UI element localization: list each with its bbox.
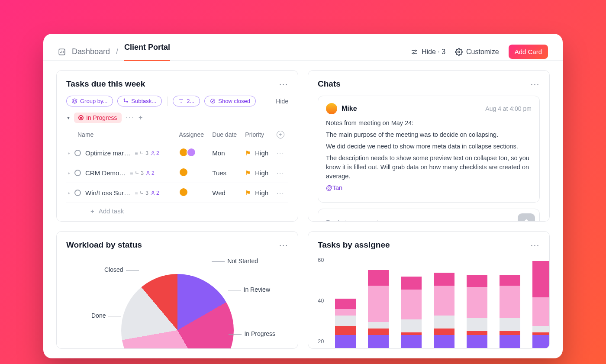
tasks-hide-link[interactable]: Hide <box>276 98 288 105</box>
due-cell[interactable]: Mon <box>210 143 243 163</box>
add-card-button[interactable]: Add Card <box>509 45 548 59</box>
breadcrumb-active[interactable]: Client Portal <box>124 43 170 61</box>
bar-segment <box>532 326 550 332</box>
breadcrumb-separator: / <box>116 47 118 56</box>
bar-segment <box>368 335 389 348</box>
status-add-icon[interactable]: + <box>139 114 142 122</box>
target-icon <box>78 115 84 120</box>
col-priority[interactable]: Priority <box>243 128 275 143</box>
tasks-card-more-icon[interactable]: ··· <box>279 80 288 89</box>
assignee-cell[interactable] <box>177 143 210 163</box>
status-circle-icon[interactable] <box>74 170 81 176</box>
chevron-right-icon: ▸ <box>68 171 70 175</box>
avatar <box>179 168 188 177</box>
bar <box>500 275 520 348</box>
workload-card-title: Workload by status <box>66 240 142 250</box>
bar-segment <box>335 326 356 335</box>
bar-chart: 60 40 20 <box>318 257 540 348</box>
table-row[interactable]: ▸ Optimize mar… ≡ 3 2 Mon ⚑High ··· <box>66 143 288 163</box>
flag-icon: ⚑ <box>245 189 251 197</box>
status-group-row[interactable]: ▾ In Progress ··· + <box>66 113 288 123</box>
filter-count-pill[interactable]: 2... <box>173 96 200 106</box>
bar <box>401 277 422 348</box>
assignee-cell[interactable] <box>177 183 210 203</box>
assignee-card-title: Tasks by assignee <box>318 240 390 250</box>
breadcrumb-root[interactable]: Dashboard <box>72 47 110 56</box>
due-cell[interactable]: Tues <box>210 163 243 183</box>
task-name-label: Optimize mar… <box>85 149 130 157</box>
add-column-icon[interactable]: + <box>277 131 284 139</box>
due-cell[interactable]: Wed <box>210 183 243 203</box>
bar-segment <box>368 329 389 335</box>
status-chip-in-progress[interactable]: In Progress <box>74 113 122 123</box>
y-axis: 60 40 20 <box>318 257 324 348</box>
status-circle-icon[interactable] <box>74 150 81 156</box>
add-task-row[interactable]: +Add task <box>66 203 288 219</box>
svg-point-9 <box>147 171 149 173</box>
gear-icon <box>455 48 463 56</box>
bar-segment <box>434 273 455 286</box>
bar-segment <box>500 331 520 335</box>
assignee-cell[interactable] <box>177 163 210 183</box>
col-due[interactable]: Due date <box>210 128 243 143</box>
mention-link[interactable]: @Tan <box>326 184 342 191</box>
chat-line: The description needs to show some previ… <box>326 154 532 181</box>
chat-message: Mike Aug 4 at 4:00 pm Notes from meeting… <box>318 96 540 203</box>
table-row[interactable]: ▸ CRM Demo… ≡ 3 2 Tues ⚑High ··· <box>66 163 288 183</box>
col-name[interactable]: Name <box>66 128 177 143</box>
bar-segment <box>434 286 455 316</box>
bar-segment <box>368 322 389 329</box>
send-button[interactable] <box>518 213 535 222</box>
bar-segment <box>335 299 356 309</box>
description-icon: ≡ <box>135 190 138 196</box>
workload-card-more-icon[interactable]: ··· <box>279 241 288 250</box>
subtask-count: 3 <box>135 170 144 176</box>
chat-line: Notes from meeting on May 24: <box>326 119 532 128</box>
pie-label-not-started: Not Started <box>209 258 258 264</box>
bar-segment <box>500 275 520 286</box>
subtask-count: 3 <box>139 150 148 156</box>
chats-card: Chats ··· Mike Aug 4 at 4:00 pm Notes fr… <box>308 70 550 222</box>
tasks-card-title: Tasks due this week <box>66 79 145 89</box>
attachment-count: 2 <box>145 170 155 176</box>
task-name-label: CRM Demo… <box>85 169 126 177</box>
avatar <box>187 148 196 157</box>
row-more-icon[interactable]: ··· <box>277 149 285 157</box>
add-task-label: Add task <box>99 207 124 215</box>
topbar: Dashboard / Client Portal Hide · 3 Custo… <box>43 34 563 61</box>
svg-point-8 <box>152 151 154 153</box>
group-by-pill[interactable]: Group by... <box>66 96 113 106</box>
chats-card-title: Chats <box>318 79 341 89</box>
subtask-count: 3 <box>139 190 148 196</box>
customize-button[interactable]: Customize <box>455 48 499 56</box>
chat-line: We did decide we need to show more meta … <box>326 142 532 151</box>
assignee-card-more-icon[interactable]: ··· <box>531 241 540 250</box>
reply-box[interactable] <box>318 209 540 222</box>
pie-chart: Not Started In Review In Progress Done C… <box>66 257 288 349</box>
bar-segment <box>335 335 356 348</box>
priority-cell[interactable]: ⚑High <box>245 149 273 157</box>
app-window: Dashboard / Client Portal Hide · 3 Custo… <box>43 34 563 358</box>
table-row[interactable]: ▸ Win/Loss Sur… ≡ 3 2 Wed ⚑High ··· <box>66 183 288 203</box>
row-more-icon[interactable]: ··· <box>277 169 285 177</box>
subtasks-pill[interactable]: Subtask... <box>117 96 162 106</box>
bar-segment <box>467 335 487 348</box>
pie-graphic <box>121 274 234 349</box>
priority-cell[interactable]: ⚑High <box>245 189 273 197</box>
show-closed-pill[interactable]: Show closed <box>204 96 256 106</box>
chevron-right-icon: ▸ <box>68 151 70 155</box>
row-more-icon[interactable]: ··· <box>277 189 285 196</box>
pie-label-done: Done <box>91 312 124 319</box>
col-assignee[interactable]: Assignee <box>177 128 210 143</box>
status-circle-icon[interactable] <box>74 190 81 196</box>
bar-segment <box>401 319 422 332</box>
status-more-icon[interactable]: ··· <box>126 114 134 122</box>
reply-input[interactable] <box>326 219 518 222</box>
task-name-label: Win/Loss Sur… <box>85 189 130 196</box>
hide-columns-button[interactable]: Hide · 3 <box>410 48 445 56</box>
bar-segment <box>368 286 389 322</box>
description-icon: ≡ <box>135 150 138 156</box>
dashboard-icon <box>58 48 66 56</box>
priority-cell[interactable]: ⚑High <box>245 169 273 177</box>
chats-card-more-icon[interactable]: ··· <box>531 80 540 89</box>
